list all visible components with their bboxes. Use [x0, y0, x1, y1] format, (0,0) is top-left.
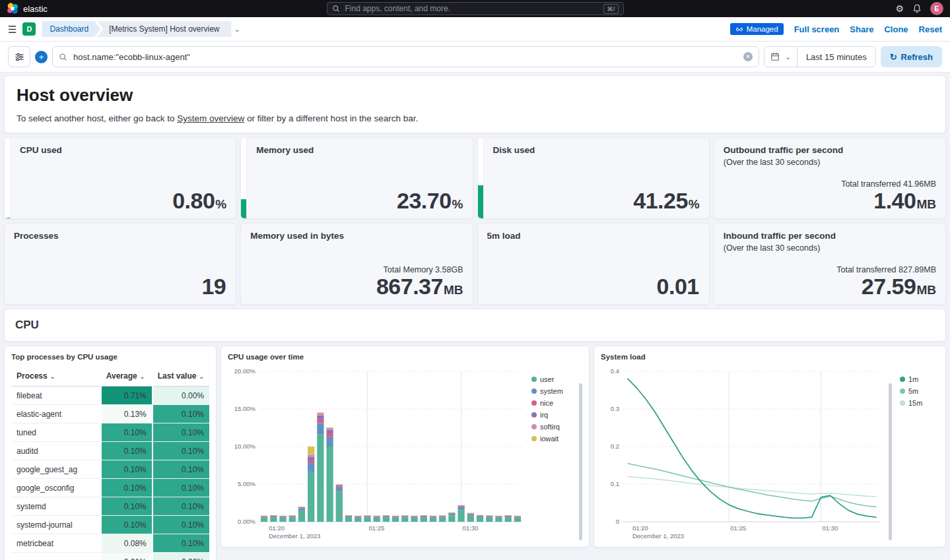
settings-icon[interactable]: ⚙ — [895, 4, 904, 13]
column-label: Average — [106, 371, 137, 381]
managed-badge[interactable]: Managed — [730, 23, 784, 35]
table-row[interactable]: google_guest_ag0.10%0.10% — [11, 460, 209, 479]
breadcrumb-dashboard[interactable]: Dashboard — [42, 21, 100, 37]
filters-button[interactable] — [8, 46, 30, 67]
clear-query-icon[interactable]: ✕ — [743, 52, 753, 61]
legend-item-nice[interactable]: nice — [531, 399, 563, 407]
table-row[interactable]: auditd0.10%0.10% — [11, 442, 209, 460]
breadcrumb-current-dashboard[interactable]: [Metrics System] Host overview — [97, 21, 231, 37]
metric-title: 5m load — [487, 230, 700, 242]
process-name: metricbeat — [11, 534, 101, 553]
average-value: 0.08% — [101, 534, 153, 553]
metric-panel-5m-load[interactable]: 5m load 0.01 — [477, 223, 710, 305]
metrics-grid: CPU used 0.80% Memory used 23.70% Disk u… — [4, 137, 946, 305]
svg-text:01:30: 01:30 — [463, 524, 479, 532]
refresh-button[interactable]: ↻ Refresh — [881, 46, 942, 67]
table-row[interactable]: 0.01%0.00% — [11, 553, 209, 560]
metric-value: 23.70 — [397, 188, 452, 213]
date-picker: ⌄ Last 15 minutes — [764, 46, 876, 67]
column-header-last-value[interactable]: Last value⌄ — [153, 366, 209, 387]
legend-label: irq — [540, 411, 548, 419]
metric-panel-processes[interactable]: Processes 19 — [4, 223, 236, 305]
share-button[interactable]: Share — [850, 24, 873, 34]
metric-panel-memory-used-bytes[interactable]: Memory used in bytes Total Memory 3.58GB… — [240, 223, 473, 305]
column-header-average[interactable]: Average⌄ — [101, 366, 153, 387]
last-value: 0.10% — [153, 460, 209, 479]
metric-title: Outbound traffic per second — [724, 144, 936, 156]
table-row[interactable]: google_osconfig0.10%0.10% — [11, 479, 209, 497]
scrollbar[interactable] — [579, 383, 582, 540]
panel-title: Top processes by CPU usage — [11, 353, 209, 361]
table-row[interactable]: filebeat0.71%0.00% — [11, 387, 209, 405]
last-value: 0.10% — [153, 534, 209, 553]
query-input[interactable] — [72, 51, 739, 63]
legend-item-5m[interactable]: 5m — [900, 387, 922, 395]
legend-dot-icon — [900, 377, 905, 382]
section-title: CPU — [15, 319, 935, 332]
brand[interactable]: elastic — [7, 3, 48, 15]
legend-item-iowait[interactable]: iowait — [531, 435, 563, 443]
average-value: 0.10% — [101, 479, 153, 497]
legend-dot-icon — [531, 436, 537, 441]
table-row[interactable]: elastic-agent0.13%0.10% — [11, 405, 209, 423]
legend-label: 5m — [908, 387, 918, 395]
table-row[interactable]: systemd0.10%0.10% — [11, 497, 209, 516]
scrollbar[interactable] — [889, 383, 892, 540]
average-value: 0.13% — [101, 405, 153, 423]
legend-item-system[interactable]: system — [531, 387, 563, 395]
process-name: google_osconfig — [11, 479, 101, 497]
legend-item-15m[interactable]: 15m — [900, 399, 922, 407]
legend-item-1m[interactable]: 1m — [900, 375, 922, 383]
search-icon — [332, 5, 340, 13]
metric-value: 867.37 — [376, 274, 443, 299]
filter-sliders-icon — [15, 52, 24, 62]
table-row[interactable]: systemd-journal0.10%0.10% — [11, 516, 209, 534]
clone-button[interactable]: Clone — [884, 24, 908, 34]
space-avatar[interactable]: D — [22, 22, 36, 36]
sort-chevron-icon: ⌄ — [140, 373, 145, 380]
breadcrumb-menu-chevron-icon[interactable]: ⌄ — [234, 25, 240, 34]
system-overview-link[interactable]: System overview — [177, 113, 244, 123]
legend-item-irq[interactable]: irq — [531, 411, 563, 419]
calendar-button[interactable]: ⌄ — [764, 47, 797, 67]
legend-label: iowait — [540, 435, 559, 443]
global-search-input[interactable] — [344, 3, 600, 14]
svg-text:01:25: 01:25 — [730, 524, 746, 532]
svg-text:0.1: 0.1 — [611, 480, 619, 487]
legend-item-user[interactable]: user — [531, 375, 563, 383]
cpu-section-header: CPU — [4, 309, 946, 342]
metric-subtitle: (Over the last 30 seconds) — [724, 243, 936, 253]
user-avatar[interactable]: E — [930, 2, 943, 15]
average-value: 0.10% — [101, 460, 153, 479]
query-input-box[interactable]: ✕ — [52, 46, 759, 67]
reset-button[interactable]: Reset — [919, 24, 942, 34]
chart-legend: usersystemniceirqsoftirqiowait — [531, 375, 563, 447]
process-name: systemd-journal — [11, 516, 101, 534]
metric-title: Inbound traffic per second — [724, 230, 936, 242]
svg-text:15.00%: 15.00% — [234, 405, 256, 412]
sort-chevron-icon: ⌄ — [199, 373, 204, 380]
add-filter-button[interactable]: + — [35, 51, 48, 63]
process-name: tuned — [11, 423, 101, 442]
full-screen-button[interactable]: Full screen — [794, 24, 840, 34]
process-name — [11, 553, 101, 560]
column-header-process[interactable]: Process⌄ — [11, 366, 101, 387]
metric-panel-memory-used[interactable]: Memory used 23.70% — [240, 137, 473, 219]
svg-text:December 1, 2023: December 1, 2023 — [269, 532, 320, 540]
table-row[interactable]: tuned0.10%0.10% — [11, 423, 209, 442]
notifications-icon[interactable] — [912, 4, 922, 13]
metric-panel-inbound-traffic[interactable]: Inbound traffic per second (Over the las… — [714, 223, 946, 305]
refresh-icon: ↻ — [890, 52, 897, 62]
metric-title: Memory used in bytes — [250, 230, 463, 242]
legend-item-softirq[interactable]: softirq — [531, 423, 563, 431]
metric-panel-disk-used[interactable]: Disk used 41.25% — [477, 137, 710, 219]
system-load-panel: System load 00.10.20.30.401:20December 1… — [594, 346, 946, 547]
top-processes-table: Process⌄ Average⌄ Last value⌄ filebeat0.… — [11, 366, 209, 560]
svg-text:01:20: 01:20 — [632, 524, 648, 532]
time-range-button[interactable]: Last 15 minutes — [797, 52, 875, 62]
global-search[interactable]: ⌘/ — [327, 2, 624, 15]
menu-icon[interactable]: ☰ — [8, 24, 17, 34]
metric-panel-cpu-used[interactable]: CPU used 0.80% — [4, 137, 236, 219]
metric-panel-outbound-traffic[interactable]: Outbound traffic per second (Over the la… — [714, 137, 946, 219]
table-row[interactable]: metricbeat0.08%0.10% — [11, 534, 209, 553]
